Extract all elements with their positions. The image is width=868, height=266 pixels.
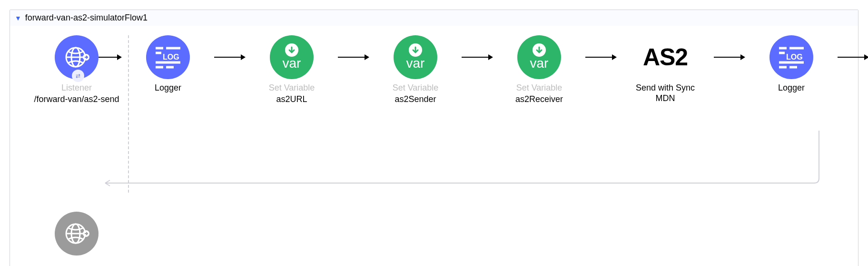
logger-icon: LOG: [146, 35, 190, 79]
as2-label: Send with Sync MDN: [625, 83, 706, 103]
as2-send-node[interactable]: AS2 Send with Sync MDN: [620, 35, 710, 103]
listener-path: /forward-van/as2-send: [34, 94, 119, 105]
globe-icon: ⇄: [55, 35, 99, 79]
setvar-label: Set Variable: [269, 83, 315, 93]
set-variable-as2receiver-node[interactable]: var Set Variable as2Receiver: [496, 35, 582, 104]
setvar-name: as2Receiver: [515, 94, 563, 105]
setvar-name: as2URL: [276, 94, 307, 105]
flow-arrow: [335, 35, 373, 79]
set-variable-as2url-node[interactable]: var Set Variable as2URL: [249, 35, 335, 104]
flow-header[interactable]: ▼ forward-van-as2-simulatorFlow1: [10, 10, 858, 26]
set-variable-as2sender-node[interactable]: var Set Variable as2Sender: [373, 35, 458, 104]
logger-icon: LOG: [769, 35, 813, 79]
setvar-name: as2Sender: [395, 94, 436, 105]
logger-label: Logger: [155, 83, 181, 93]
collapse-icon[interactable]: ▼: [15, 14, 21, 22]
response-node[interactable]: [55, 212, 99, 259]
flow-title: forward-van-as2-simulatorFlow1: [25, 13, 148, 23]
setvar-label: Set Variable: [516, 83, 562, 93]
flow-arrow: [582, 35, 620, 79]
svg-text:LOG: LOG: [786, 53, 803, 61]
logger-node[interactable]: LOG Logger: [125, 35, 211, 93]
flow-body: ⇄ Listener /forward-van/as2-send: [10, 26, 858, 266]
setvar-label: Set Variable: [393, 83, 439, 93]
exchange-badge-icon: ⇄: [72, 70, 84, 82]
set-variable-icon: var: [270, 35, 314, 79]
set-variable-icon: var: [394, 35, 437, 79]
set-variable-icon: var: [517, 35, 561, 79]
globe-icon: [55, 212, 99, 256]
flow-arrow: [458, 35, 496, 79]
as2-icon: AS2: [643, 35, 687, 79]
logger-label: Logger: [778, 83, 805, 93]
flow-arrow: [834, 35, 868, 79]
flow-arrow: [710, 35, 749, 79]
listener-label: Listener: [61, 83, 92, 93]
logger-node[interactable]: LOG Logger: [749, 35, 834, 93]
flow-arrow: [211, 35, 249, 79]
flow-container: ▼ forward-van-as2-simulatorFlow1: [10, 10, 858, 266]
svg-text:LOG: LOG: [163, 53, 179, 61]
